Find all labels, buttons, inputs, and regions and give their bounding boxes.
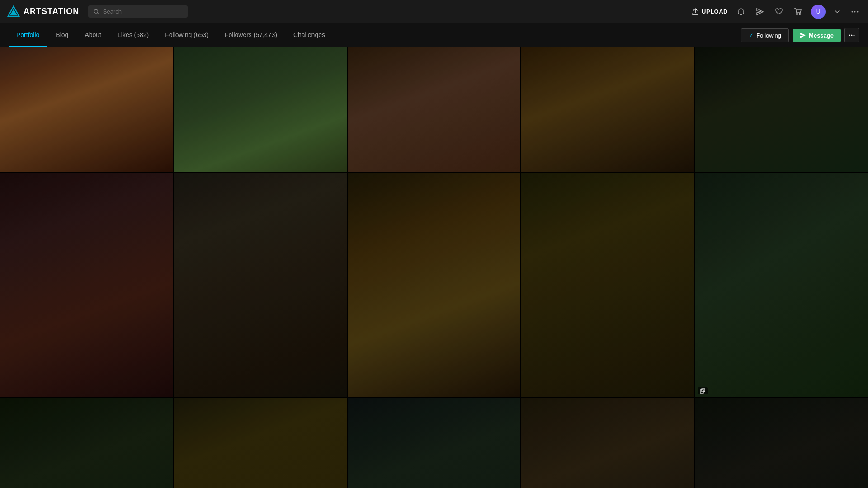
likes-button[interactable]	[773, 6, 785, 18]
tab-blog[interactable]: Blog	[48, 23, 75, 47]
gallery-item-2-2[interactable]	[347, 398, 521, 488]
gallery-item-2-1[interactable]	[347, 172, 521, 398]
profile-nav-actions: ✓ Following Message	[741, 28, 859, 42]
artwork-inner-0-1	[0, 173, 173, 397]
artwork-inner-1-0	[174, 47, 347, 172]
artwork-inner-4-2	[695, 398, 868, 488]
svg-point-11	[854, 35, 855, 36]
artwork-inner-4-0	[695, 47, 868, 172]
following-button[interactable]: ✓ Following	[741, 28, 789, 42]
svg-point-9	[849, 35, 850, 36]
svg-point-6	[852, 11, 853, 12]
gallery-item-1-2[interactable]	[174, 398, 347, 488]
artwork-inner-2-0	[348, 47, 520, 172]
top-navigation: ARTSTATION UPLOAD	[0, 0, 868, 23]
search-input[interactable]	[103, 8, 182, 15]
tab-following[interactable]: Following (653)	[158, 23, 216, 47]
chevron-down-icon	[835, 9, 840, 14]
upload-label: UPLOAD	[702, 8, 728, 15]
tab-about[interactable]: About	[77, 23, 108, 47]
search-icon	[94, 9, 99, 15]
more-horizontal-icon	[851, 8, 859, 16]
user-avatar-button[interactable]: U	[811, 5, 826, 19]
artwork-inner-0-2	[0, 398, 173, 488]
upload-icon	[692, 8, 699, 15]
ellipsis-icon	[848, 32, 855, 39]
artwork-inner-4-1	[695, 173, 868, 397]
gallery-item-2-0[interactable]	[347, 47, 521, 172]
artwork-inner-2-1	[348, 173, 520, 397]
artstation-logo-icon	[7, 5, 20, 18]
gallery-item-3-2[interactable]	[521, 398, 694, 488]
gallery-col-1	[174, 47, 347, 488]
artwork-inner-1-2	[174, 398, 347, 488]
gallery-col-0	[0, 47, 174, 488]
svg-point-5	[799, 13, 801, 14]
more-options-button[interactable]	[849, 6, 861, 18]
svg-point-4	[797, 13, 798, 14]
multi-image-icon	[698, 387, 708, 394]
gallery-col-4: 知乎 @gydvjifd	[694, 47, 868, 488]
gallery-col-2	[347, 47, 521, 488]
chevron-down-button[interactable]	[833, 7, 842, 16]
gallery-item-4-0[interactable]	[694, 47, 868, 172]
tab-likes[interactable]: Likes (582)	[110, 23, 156, 47]
svg-point-7	[854, 11, 856, 12]
send-icon	[756, 8, 764, 16]
messages-button[interactable]	[754, 6, 766, 18]
cart-icon	[794, 8, 802, 16]
gallery-item-3-0[interactable]	[521, 47, 694, 172]
gallery-item-3-1[interactable]	[521, 172, 694, 398]
search-bar[interactable]	[88, 5, 188, 18]
upload-button[interactable]: UPLOAD	[692, 8, 728, 15]
tab-portfolio[interactable]: Portfolio	[9, 23, 47, 47]
gallery-item-0-1[interactable]	[0, 172, 174, 398]
message-button[interactable]: Message	[793, 29, 841, 42]
nav-right-icons: UPLOAD U	[692, 5, 861, 19]
gallery-item-4-2[interactable]	[694, 398, 868, 488]
profile-navigation: Portfolio Blog About Likes (582) Followi…	[0, 23, 868, 47]
check-icon: ✓	[749, 32, 754, 39]
gallery-grid: 知乎 @gydvjifd	[0, 47, 868, 488]
artwork-inner-3-0	[521, 47, 694, 172]
gallery-item-0-2[interactable]	[0, 398, 174, 488]
message-label: Message	[809, 32, 834, 39]
artwork-inner-3-1	[521, 173, 694, 397]
svg-point-8	[857, 11, 859, 12]
heart-icon	[775, 8, 783, 16]
more-actions-button[interactable]	[844, 28, 859, 42]
avatar-placeholder: U	[811, 5, 826, 19]
logo-text: ARTSTATION	[24, 7, 79, 16]
tab-followers[interactable]: Followers (57,473)	[217, 23, 284, 47]
gallery-item-1-0[interactable]	[174, 47, 347, 172]
artwork-inner-3-2	[521, 398, 694, 488]
gallery-item-0-0[interactable]	[0, 47, 174, 172]
gallery-item-4-1[interactable]	[694, 172, 868, 398]
gallery-col-3	[521, 47, 694, 488]
artwork-inner-1-1	[174, 173, 347, 397]
send-message-icon	[800, 32, 806, 38]
notifications-button[interactable]	[735, 6, 747, 18]
tab-challenges[interactable]: Challenges	[286, 23, 332, 47]
cart-button[interactable]	[792, 6, 804, 18]
following-label: Following	[756, 32, 781, 39]
artwork-inner-0-0	[0, 47, 173, 172]
bell-icon	[737, 8, 745, 16]
logo[interactable]: ARTSTATION	[7, 5, 79, 18]
svg-point-10	[851, 35, 853, 36]
artwork-inner-2-2	[348, 398, 520, 488]
gallery-item-1-1[interactable]	[174, 172, 347, 398]
svg-line-3	[98, 13, 99, 14]
